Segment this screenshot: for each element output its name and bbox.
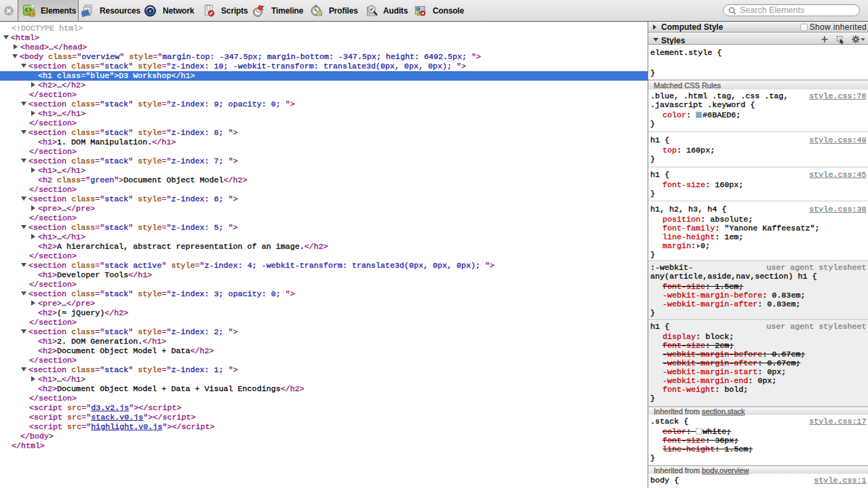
svg-text:{}: {}: [205, 5, 211, 10]
svg-text:%: %: [318, 12, 321, 16]
